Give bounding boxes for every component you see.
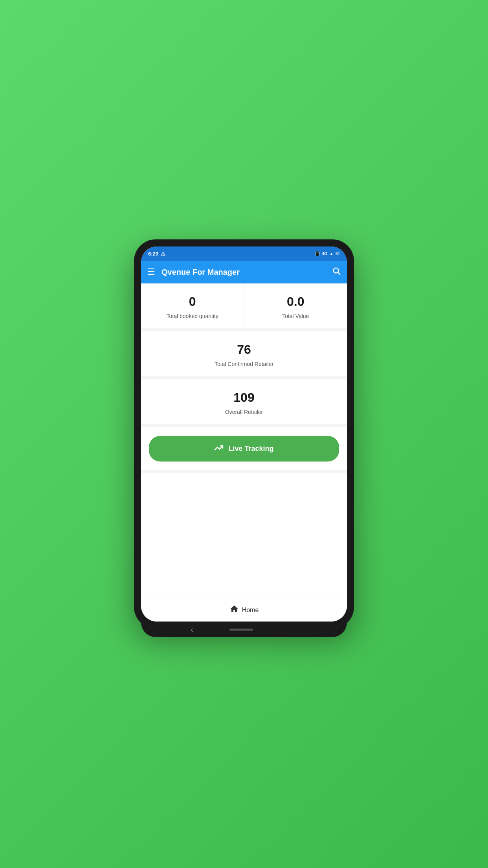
app-title: Qvenue For Manager bbox=[161, 268, 326, 277]
warning-icon: ⚠ bbox=[161, 251, 165, 257]
home-pill[interactable] bbox=[229, 629, 253, 631]
main-content: 0 Total booked quantity 0.0 Total Value … bbox=[141, 283, 347, 622]
status-bar: 6:29 ⚠ 📳 4G ▲ 51 bbox=[141, 246, 347, 261]
total-booked-quantity-label: Total booked quantity bbox=[167, 313, 218, 319]
confirmed-retailer-value: 76 bbox=[237, 342, 251, 357]
total-value-label: Total Value bbox=[282, 313, 309, 319]
overall-retailer-label: Overall Retailer bbox=[225, 409, 263, 415]
confirmed-retailer-card: 76 Total Confirmed Retailer bbox=[141, 331, 347, 376]
phone-screen: 6:29 ⚠ 📳 4G ▲ 51 ☰ Qvenue For Manager bbox=[141, 246, 347, 622]
bottom-nav[interactable]: Home bbox=[141, 598, 347, 622]
live-tracking-button[interactable]: Live Tracking bbox=[149, 436, 339, 462]
status-time-section: 6:29 ⚠ bbox=[148, 251, 165, 257]
total-booked-quantity-card: 0 Total booked quantity bbox=[141, 283, 244, 328]
content-spacer bbox=[141, 473, 347, 598]
network-4g-icon: 4G bbox=[322, 252, 327, 256]
live-tracking-label: Live Tracking bbox=[228, 445, 273, 453]
signal-icon: ▲ bbox=[329, 251, 334, 256]
time-display: 6:29 bbox=[148, 251, 158, 257]
menu-icon[interactable]: ☰ bbox=[147, 267, 155, 277]
total-value-value: 0.0 bbox=[287, 294, 304, 309]
top-stats-row: 0 Total booked quantity 0.0 Total Value bbox=[141, 283, 347, 328]
android-nav-bar: ‹ bbox=[141, 622, 347, 637]
total-value-card: 0.0 Total Value bbox=[244, 283, 347, 328]
overall-retailer-card: 109 Overall Retailer bbox=[141, 379, 347, 424]
search-icon[interactable] bbox=[332, 267, 341, 278]
back-button[interactable]: ‹ bbox=[191, 625, 193, 634]
total-booked-quantity-value: 0 bbox=[189, 294, 196, 309]
battery-icon: 51 bbox=[336, 252, 340, 256]
vibrate-icon: 📳 bbox=[315, 251, 320, 256]
home-nav-icon bbox=[229, 604, 239, 616]
app-bar: ☰ Qvenue For Manager bbox=[141, 261, 347, 283]
home-nav-label: Home bbox=[242, 607, 259, 614]
confirmed-retailer-label: Total Confirmed Retailer bbox=[215, 361, 273, 367]
status-icons: 📳 4G ▲ 51 bbox=[315, 251, 340, 256]
live-tracking-section: Live Tracking bbox=[141, 427, 347, 470]
overall-retailer-value: 109 bbox=[233, 390, 254, 405]
live-tracking-icon bbox=[214, 443, 224, 454]
svg-line-1 bbox=[338, 272, 340, 274]
phone-device: 6:29 ⚠ 📳 4G ▲ 51 ☰ Qvenue For Manager bbox=[134, 239, 354, 629]
